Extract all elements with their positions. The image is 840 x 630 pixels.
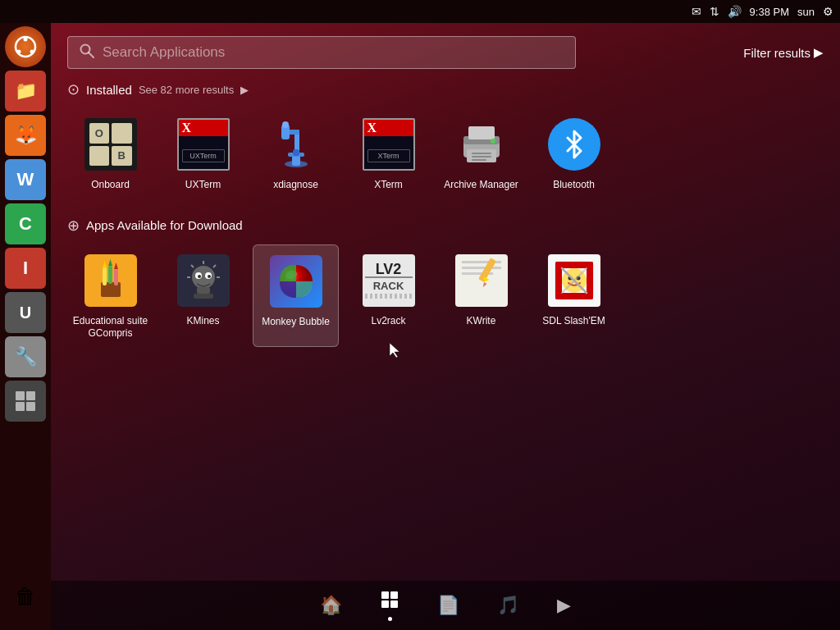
workspace-icon xyxy=(14,390,37,413)
main-content: Filter results ▶ ⊙ Installed See 82 more… xyxy=(51,23,840,630)
svg-line-41 xyxy=(213,265,216,267)
onboard-key-bottom-left xyxy=(89,146,110,167)
active-filter-dot xyxy=(388,617,392,621)
see-more-link[interactable]: See 82 more results xyxy=(139,84,234,96)
archive-icon xyxy=(455,118,508,171)
filter-music-button[interactable]: 🎵 xyxy=(491,588,526,623)
network-icon[interactable]: ⇅ xyxy=(710,5,719,18)
clock: 9:38 PM xyxy=(750,6,789,18)
archive-manager-label: Archive Manager xyxy=(444,179,518,192)
gcompris-icon xyxy=(89,259,132,302)
svg-point-17 xyxy=(282,121,289,128)
filter-home-button[interactable]: 🏠 xyxy=(313,588,349,623)
svg-rect-65 xyxy=(390,591,398,599)
svg-point-3 xyxy=(30,50,34,54)
uxterm-icon-box: X UXTerm xyxy=(174,115,233,174)
monkey-bubble-label: Monkey Bubble xyxy=(262,316,330,329)
sdl-icon-box xyxy=(545,251,604,310)
sidebar-item-settings[interactable]: 🔧 xyxy=(5,336,46,377)
svg-rect-25 xyxy=(472,159,486,161)
email-icon[interactable]: ✉ xyxy=(692,5,701,18)
svg-rect-45 xyxy=(194,294,213,299)
app-xterm[interactable]: X XTerm XTerm xyxy=(345,108,431,199)
ubuntu-icon xyxy=(14,35,37,58)
gcompris-icon-box xyxy=(81,251,140,310)
see-more-arrow: ▶ xyxy=(240,84,249,96)
svg-rect-18 xyxy=(293,149,299,156)
svg-rect-58 xyxy=(587,262,593,299)
app-monkey-bubble[interactable]: Monkey Bubble xyxy=(253,244,339,347)
app-kmines[interactable]: KMines xyxy=(160,244,246,347)
bluetooth-label: Bluetooth xyxy=(553,179,595,192)
svg-rect-32 xyxy=(114,269,118,285)
installed-check-icon: ⊙ xyxy=(67,80,80,98)
volume-icon[interactable]: 🔊 xyxy=(728,5,742,18)
svg-rect-44 xyxy=(197,287,210,294)
installed-label: Installed xyxy=(86,83,132,97)
onboard-icon-box: O B xyxy=(81,115,140,174)
sidebar-item-trash[interactable]: 🗑 xyxy=(5,576,46,617)
monkey-bubble-icon-box xyxy=(267,252,326,311)
sidebar-item-impress[interactable]: I xyxy=(5,248,46,289)
sidebar-item-firefox[interactable]: 🦊 xyxy=(5,115,46,156)
gear-icon[interactable]: ⚙ xyxy=(823,5,833,18)
search-input[interactable] xyxy=(103,44,564,61)
installed-app-grid: O B Onboard X UXTerm UXTerm xyxy=(67,108,824,199)
filter-video-button[interactable]: ▶ xyxy=(550,588,578,623)
search-box[interactable] xyxy=(67,36,576,69)
app-bluetooth[interactable]: Bluetooth xyxy=(531,108,617,199)
bottom-filter-bar: 🏠 📄 🎵 ▶ xyxy=(51,581,840,630)
svg-line-40 xyxy=(191,265,194,267)
app-kwrite[interactable]: KWrite xyxy=(438,244,524,347)
svg-marker-50 xyxy=(482,282,486,288)
svg-rect-24 xyxy=(472,156,491,158)
sidebar-item-ubuntuone[interactable]: U xyxy=(5,292,46,333)
app-xdiagnose[interactable]: xdiagnose xyxy=(253,108,339,199)
filter-files-button[interactable]: 📄 xyxy=(431,588,466,623)
sidebar-item-writer[interactable]: W xyxy=(5,159,46,200)
svg-rect-28 xyxy=(103,267,107,285)
uxterm-label: UXTerm xyxy=(185,179,221,192)
sidebar-item-workspace[interactable] xyxy=(5,381,46,422)
gcompris-label: Educational suite GCompris xyxy=(71,315,150,340)
sdl-slashem-icon xyxy=(552,258,596,303)
home-icon: 🏠 xyxy=(320,595,342,616)
svg-point-2 xyxy=(17,50,21,54)
lv2rack-label: Lv2rack xyxy=(371,315,405,328)
onboard-label: Onboard xyxy=(91,179,130,192)
video-icon: ▶ xyxy=(557,595,571,616)
sidebar: 📁 🦊 W C I U 🔧 🗑 xyxy=(0,23,51,630)
music-icon: 🎵 xyxy=(497,595,519,616)
app-sdl-slashem[interactable]: SDL Slash'EM xyxy=(531,244,617,347)
filter-results-button[interactable]: Filter results ▶ xyxy=(743,45,824,60)
svg-marker-29 xyxy=(103,261,107,267)
bluetooth-icon-box xyxy=(545,115,604,174)
sidebar-item-unity[interactable] xyxy=(5,26,46,67)
sidebar-item-calc[interactable]: C xyxy=(5,203,46,244)
kmines-label: KMines xyxy=(186,315,219,328)
kwrite-pencil xyxy=(473,256,506,289)
archive-icon-box xyxy=(452,115,511,174)
app-lv2rack[interactable]: LV2 RACK Lv2rack xyxy=(345,244,431,347)
filter-apps-button[interactable] xyxy=(373,583,406,628)
xdiagnose-label: xdiagnose xyxy=(273,179,318,192)
kwrite-label: KWrite xyxy=(467,315,496,328)
svg-rect-5 xyxy=(26,391,35,400)
app-archive-manager[interactable]: Archive Manager xyxy=(438,108,524,199)
svg-rect-66 xyxy=(381,600,389,608)
kmines-icon-box xyxy=(174,251,233,310)
kwrite-icon-box xyxy=(452,251,511,310)
download-header: ⊕ Apps Available for Download xyxy=(67,217,824,235)
app-onboard[interactable]: O B Onboard xyxy=(67,108,153,199)
apps-icon xyxy=(380,590,399,614)
search-icon xyxy=(80,43,94,62)
app-gcompris[interactable]: Educational suite GCompris xyxy=(67,244,153,347)
kmines-icon xyxy=(182,259,225,302)
svg-marker-33 xyxy=(114,262,118,269)
sidebar-item-files[interactable]: 📁 xyxy=(5,71,46,112)
uxterm-header: X xyxy=(179,120,228,136)
uxterm-text: UXTerm xyxy=(182,149,225,162)
svg-rect-64 xyxy=(381,591,389,599)
username[interactable]: sun xyxy=(797,6,815,18)
app-uxterm[interactable]: X UXTerm UXTerm xyxy=(160,108,246,199)
